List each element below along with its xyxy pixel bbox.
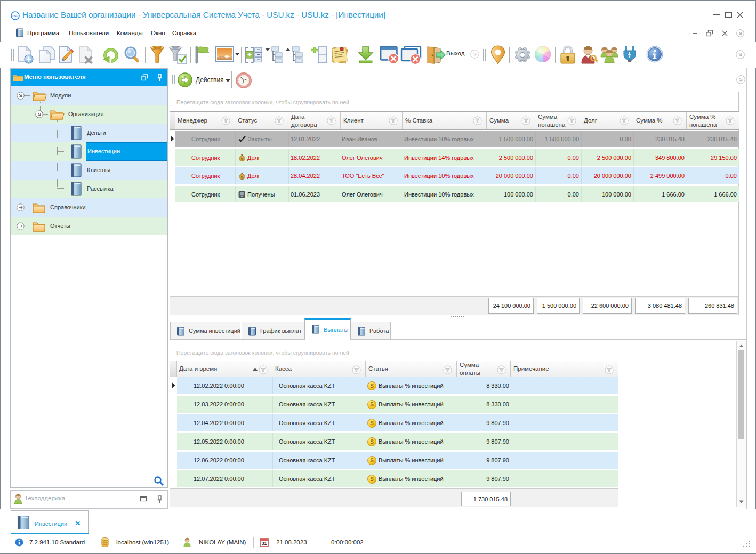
- svg-text:usu: usu: [12, 14, 18, 18]
- svg-text:31: 31: [261, 541, 267, 546]
